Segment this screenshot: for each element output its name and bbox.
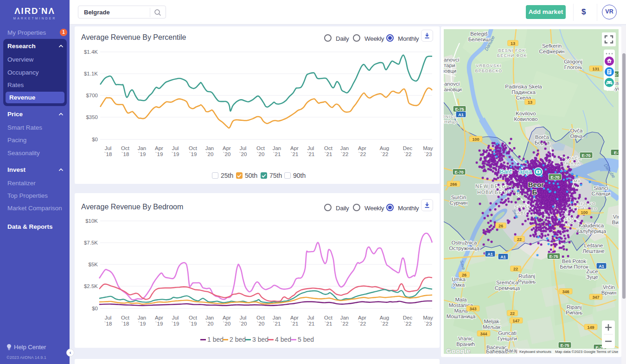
svg-text:Рипањ: Рипањ: [566, 310, 582, 315]
svg-text:344: 344: [480, 332, 487, 336]
svg-text:E-75: E-75: [560, 343, 569, 348]
svg-text:Kovilovo: Kovilovo: [516, 111, 536, 116]
svg-text:A1: A1: [500, 255, 506, 259]
svg-text:Падинска: Падинска: [511, 89, 536, 95]
svg-text:Белегиш: Белегиш: [468, 37, 490, 42]
svg-text:Веог: Веог: [528, 181, 544, 188]
svg-text:26: 26: [498, 224, 503, 228]
svg-text:Vrčin: Vrčin: [603, 284, 615, 290]
svg-text:Ripanj: Ripanj: [567, 304, 582, 310]
svg-text:Рушањ: Рушањ: [518, 279, 536, 284]
svg-text:Остружница: Остружница: [449, 245, 479, 251]
svg-text:Belegiš: Belegiš: [470, 31, 488, 37]
svg-text:A1: A1: [487, 252, 493, 257]
svg-text:Вранић: Вранић: [456, 341, 475, 347]
svg-text:Glogonj: Glogonj: [564, 59, 582, 64]
svg-text:Стари: Стари: [444, 63, 455, 68]
svg-text:Вин: Вин: [612, 220, 619, 225]
svg-text:ВРБОВСКО: ВРБОВСКО: [475, 69, 503, 73]
svg-text:Овча: Овча: [570, 133, 583, 139]
svg-text:ановци: ановци: [444, 68, 456, 74]
svg-text:Лештане: Лештане: [582, 248, 604, 254]
svg-text:ви Бановци: ви Бановци: [444, 87, 462, 92]
svg-text:22: 22: [517, 237, 522, 242]
svg-text:131: 131: [592, 67, 599, 71]
svg-text:Meljak: Meljak: [484, 319, 499, 324]
svg-text:BESNI FOK: BESNI FOK: [498, 48, 526, 53]
svg-text:Rušanj: Rušanj: [518, 273, 535, 279]
svg-text:АЈНИЦА: АЈНИЦА: [444, 119, 459, 124]
svg-text:Slanci: Slanci: [594, 185, 608, 191]
svg-text:vi Banovci: vi Banovci: [444, 81, 460, 87]
svg-text:apija: apija: [519, 168, 532, 175]
svg-text:Terms of Use: Terms of Use: [596, 350, 619, 354]
svg-text:Padinska Skela: Padinska Skela: [505, 84, 542, 89]
svg-text:Keyboard shortcuts: Keyboard shortcuts: [519, 350, 551, 354]
svg-text:100: 100: [472, 137, 479, 142]
svg-text:Ovča: Ovča: [570, 128, 583, 133]
svg-text:347: 347: [592, 295, 599, 300]
svg-text:343: 343: [469, 307, 476, 311]
svg-text:Barč: Barč: [500, 168, 512, 175]
svg-text:Vin: Vin: [613, 214, 619, 220]
svg-text:AJNICA: AJNICA: [444, 114, 458, 119]
svg-text:Врчин: Врчин: [601, 290, 617, 295]
svg-text:Zuce: Zuce: [586, 269, 598, 274]
svg-text:Моштаница: Моштаница: [447, 314, 476, 319]
svg-text:VRBOVSKI: VRBOVSKI: [476, 63, 502, 68]
svg-text:Зуце: Зуце: [586, 274, 598, 280]
svg-text:Borča: Borča: [535, 134, 549, 140]
svg-text:Калуђерица: Калуђерица: [576, 228, 607, 234]
svg-text:147: 147: [512, 319, 519, 323]
svg-text:Ковилово: Ковилово: [514, 116, 537, 122]
svg-text:Гунцати: Гунцати: [498, 336, 517, 341]
svg-text:Google: Google: [446, 347, 471, 354]
svg-text:A1: A1: [458, 113, 464, 117]
svg-text:Сефкерин: Сефкерин: [539, 49, 565, 54]
svg-text:Глогоњ: Глогоњ: [564, 64, 582, 70]
svg-text:E-70: E-70: [550, 175, 559, 180]
svg-text:Kaluđerica: Kaluđerica: [579, 223, 604, 228]
svg-text:Mala: Mala: [455, 297, 467, 302]
svg-text:Leštane: Leštane: [584, 243, 603, 248]
svg-text:Map data ©2023 Google: Map data ©2023 Google: [555, 350, 596, 354]
svg-text:13: 13: [528, 100, 532, 105]
svg-text:Beli Potok: Beli Potok: [562, 258, 586, 264]
svg-text:Умка: Умка: [453, 282, 465, 288]
svg-text:Сремчица: Сремчица: [495, 285, 520, 291]
svg-text:Vranic: Vranic: [458, 336, 473, 341]
svg-text:26: 26: [462, 273, 466, 277]
svg-text:Б: Б: [532, 188, 537, 196]
svg-text:E-75: E-75: [549, 254, 558, 259]
svg-text:Guncati: Guncati: [498, 330, 517, 336]
svg-text:Сурчин: Сурчин: [450, 200, 468, 206]
svg-text:E-7: E-7: [614, 151, 619, 155]
svg-text:22: 22: [513, 267, 518, 271]
svg-text:Сланци: Сланци: [592, 191, 611, 196]
svg-text:149: 149: [587, 325, 594, 330]
svg-text:E-75: E-75: [455, 107, 464, 112]
svg-text:Ostružnica: Ostružnica: [452, 240, 478, 245]
svg-text:E-70: E-70: [454, 170, 463, 175]
svg-text:БЕСНИ ФОК: БЕСНИ ФОК: [497, 53, 527, 58]
svg-text:13: 13: [511, 41, 515, 46]
svg-text:Surčin: Surčin: [451, 195, 466, 200]
svg-text:266: 266: [450, 182, 457, 187]
svg-text:E-70: E-70: [581, 153, 590, 158]
svg-text:Баћевац: Баћевац: [486, 349, 507, 354]
svg-text:Бели Поток: Бели Поток: [560, 264, 589, 270]
svg-text:100: 100: [581, 210, 588, 215]
svg-text:Sremčica: Sremčica: [496, 280, 519, 285]
svg-text:346: 346: [562, 289, 569, 294]
svg-text:A1: A1: [599, 264, 604, 269]
svg-text:22: 22: [510, 311, 515, 316]
svg-text:Мала: Мала: [454, 308, 468, 314]
svg-text:Sefkerin: Sefkerin: [542, 43, 562, 49]
svg-text:ri Banovci: ri Banovci: [444, 57, 459, 63]
svg-text:Мељак: Мељак: [483, 324, 501, 330]
